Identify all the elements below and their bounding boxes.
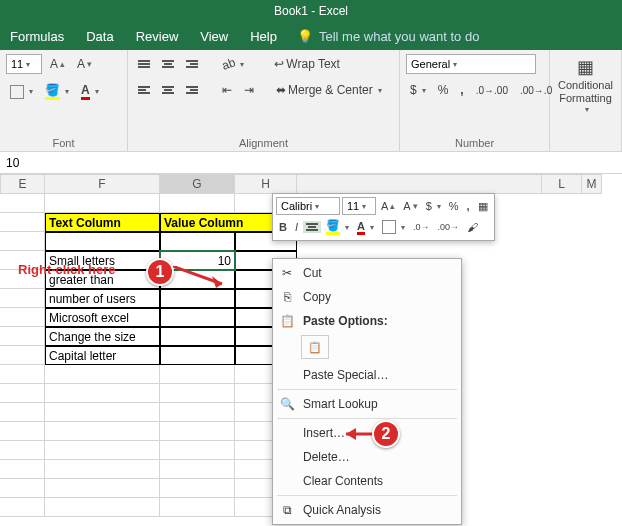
mini-border-button[interactable]: [379, 218, 408, 236]
cell[interactable]: [0, 403, 45, 422]
comma-button[interactable]: ,: [456, 80, 467, 100]
mini-decrease-font-button[interactable]: A▾: [400, 198, 420, 214]
col-header-m[interactable]: M: [582, 174, 602, 194]
decrease-indent-button[interactable]: ⇤: [218, 80, 236, 100]
ctx-paste-option-default[interactable]: 📋: [301, 335, 329, 359]
cell[interactable]: [0, 346, 45, 365]
cell[interactable]: [45, 365, 160, 384]
cell[interactable]: [0, 213, 45, 232]
ctx-quick-analysis[interactable]: ⧉Quick Analysis: [273, 498, 461, 522]
cell[interactable]: [160, 422, 235, 441]
mini-comma-button[interactable]: ,: [464, 198, 473, 214]
cell[interactable]: [45, 460, 160, 479]
cell[interactable]: [0, 327, 45, 346]
increase-indent-button[interactable]: ⇥: [240, 80, 258, 100]
cell[interactable]: [160, 441, 235, 460]
table-cell[interactable]: Capital letter: [45, 346, 160, 365]
mini-format-painter-button[interactable]: 🖌: [464, 219, 481, 235]
conditional-formatting-button[interactable]: ▦ Conditional Formatting: [554, 54, 617, 118]
mini-increase-decimal-button[interactable]: .0→: [410, 220, 433, 234]
mini-font-color-button[interactable]: A: [354, 218, 377, 237]
increase-font-icon[interactable]: A▴: [46, 54, 69, 74]
font-color-button[interactable]: A: [77, 80, 103, 103]
cell[interactable]: [45, 479, 160, 498]
cell[interactable]: [0, 384, 45, 403]
cell[interactable]: [160, 498, 235, 517]
mini-bold-button[interactable]: B: [276, 219, 290, 235]
col-header-l[interactable]: L: [542, 174, 582, 194]
col-header-g[interactable]: G: [160, 174, 235, 194]
fill-color-button[interactable]: 🪣: [41, 80, 73, 103]
tab-data[interactable]: Data: [84, 25, 115, 48]
table-cell[interactable]: [160, 232, 235, 251]
align-top-button[interactable]: [134, 57, 154, 71]
cell[interactable]: [45, 422, 160, 441]
border-button[interactable]: [6, 82, 37, 102]
percent-button[interactable]: %: [434, 80, 453, 100]
align-right-button[interactable]: [182, 83, 202, 97]
font-size-select[interactable]: 11: [6, 54, 42, 74]
cell[interactable]: [0, 460, 45, 479]
wrap-text-button[interactable]: ↩ Wrap Text: [270, 54, 344, 74]
cell[interactable]: [0, 441, 45, 460]
cell[interactable]: [0, 308, 45, 327]
cell[interactable]: [160, 479, 235, 498]
orientation-button[interactable]: ab: [218, 54, 248, 74]
decrease-font-icon[interactable]: A▾: [73, 54, 96, 74]
mini-size-select[interactable]: 11: [342, 197, 376, 215]
mini-increase-font-button[interactable]: A▴: [378, 198, 398, 214]
align-middle-button[interactable]: [158, 57, 178, 71]
mini-cond-fmt-button[interactable]: ▦: [475, 198, 491, 215]
cell[interactable]: [0, 232, 45, 251]
table-header-text[interactable]: Text Column: [45, 213, 160, 232]
col-header-h[interactable]: H: [235, 174, 297, 194]
cell[interactable]: [0, 289, 45, 308]
cell[interactable]: [0, 365, 45, 384]
ctx-paste-special[interactable]: Paste Special…: [273, 363, 461, 387]
align-left-button[interactable]: [134, 83, 154, 97]
accounting-format-button[interactable]: $: [406, 80, 430, 100]
tell-me[interactable]: 💡 Tell me what you want to do: [297, 29, 479, 44]
align-bottom-button[interactable]: [182, 57, 202, 71]
cell[interactable]: [0, 422, 45, 441]
increase-decimal-button[interactable]: .0→.00: [472, 82, 512, 99]
col-header-f[interactable]: F: [45, 174, 160, 194]
table-cell[interactable]: number of users: [45, 289, 160, 308]
tab-help[interactable]: Help: [248, 25, 279, 48]
cell[interactable]: [45, 194, 160, 213]
cell[interactable]: [0, 498, 45, 517]
table-cell[interactable]: [45, 232, 160, 251]
tab-formulas[interactable]: Formulas: [8, 25, 66, 48]
ctx-cut[interactable]: ✂Cut: [273, 261, 461, 285]
ctx-smart-lookup[interactable]: 🔍Smart Lookup: [273, 392, 461, 416]
mini-percent-button[interactable]: %: [446, 198, 462, 214]
cell[interactable]: [45, 403, 160, 422]
ctx-clear-contents[interactable]: Clear Contents: [273, 469, 461, 493]
number-format-select[interactable]: General: [406, 54, 536, 74]
merge-center-button[interactable]: ⬌ Merge & Center: [272, 80, 386, 100]
cell[interactable]: [160, 384, 235, 403]
cell[interactable]: [45, 384, 160, 403]
table-cell[interactable]: [160, 327, 235, 346]
cell[interactable]: [160, 403, 235, 422]
mini-accounting-button[interactable]: $: [423, 198, 444, 214]
ctx-copy[interactable]: ⎘Copy: [273, 285, 461, 309]
cell[interactable]: [160, 460, 235, 479]
cell[interactable]: [45, 498, 160, 517]
mini-decrease-decimal-button[interactable]: .00→: [434, 220, 462, 234]
cell[interactable]: [0, 479, 45, 498]
mini-italic-button[interactable]: I: [292, 219, 301, 235]
formula-bar[interactable]: 10: [0, 152, 622, 174]
mini-align-center-button[interactable]: [303, 221, 321, 233]
cell[interactable]: [160, 194, 235, 213]
table-cell[interactable]: [160, 308, 235, 327]
mini-fill-color-button[interactable]: 🪣: [323, 217, 352, 237]
table-cell[interactable]: Change the size: [45, 327, 160, 346]
cell[interactable]: [45, 441, 160, 460]
tab-review[interactable]: Review: [134, 25, 181, 48]
col-header-e[interactable]: E: [0, 174, 45, 194]
ctx-delete[interactable]: Delete…: [273, 445, 461, 469]
mini-font-select[interactable]: Calibri: [276, 197, 340, 215]
tab-view[interactable]: View: [198, 25, 230, 48]
table-cell[interactable]: Microsoft excel: [45, 308, 160, 327]
